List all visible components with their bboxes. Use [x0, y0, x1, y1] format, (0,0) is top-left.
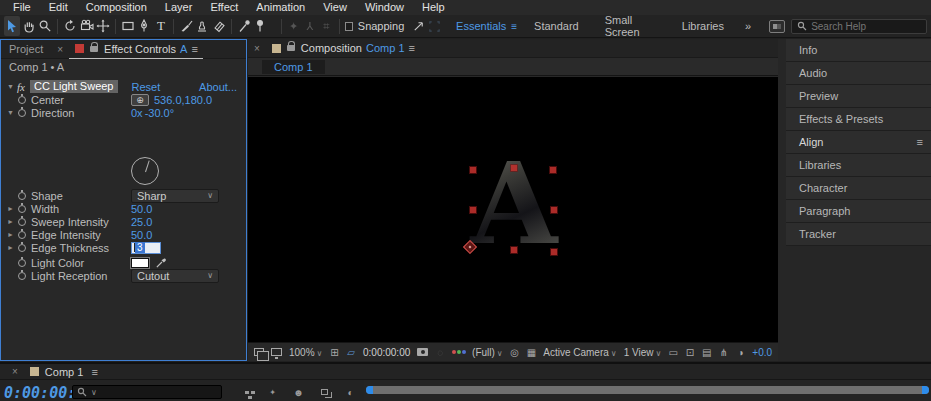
selection-handle-top-left[interactable] [470, 167, 476, 173]
grid-and-guides-icon[interactable]: ⊞ [329, 346, 339, 358]
frame-blending-icon[interactable] [318, 386, 331, 398]
tab-composition[interactable]: Composition Comp 1 ≡ [266, 39, 420, 58]
menu-animation[interactable]: Animation [247, 0, 314, 15]
pan-behind-tool-icon[interactable] [95, 16, 111, 36]
reset-link[interactable]: Reset [132, 81, 161, 93]
stopwatch-icon[interactable] [18, 272, 26, 280]
stopwatch-icon[interactable] [18, 231, 26, 239]
panel-tab-character[interactable]: Character [786, 177, 931, 200]
panel-tab-align[interactable]: Align≡ [786, 131, 931, 154]
selection-handle-mid-left[interactable] [470, 207, 476, 213]
exposure-value[interactable]: +0.0 [752, 347, 772, 358]
composition-mini-flowchart-icon[interactable] [240, 386, 253, 398]
roto-brush-tool-icon[interactable] [236, 16, 252, 36]
selection-handle-top-right[interactable] [550, 167, 556, 173]
direction-dial[interactable] [131, 157, 159, 185]
tab-effect-controls[interactable]: Effect Controls A ≡ [69, 40, 203, 59]
mask-visibility-icon[interactable]: ▱ [346, 346, 356, 358]
snapshot-icon[interactable] [417, 348, 428, 356]
resolution-popup[interactable]: (Full)∨ [472, 347, 503, 358]
transparency-grid-icon[interactable]: ▦ [526, 346, 536, 358]
viewer-timecode[interactable]: 0:00:00:00 [363, 347, 410, 358]
fast-previews-icon[interactable]: ⊡ [685, 346, 695, 358]
menu-file[interactable]: File [4, 0, 40, 15]
reset-exposure-icon[interactable]: ◑ [736, 346, 746, 358]
help-search-input[interactable] [811, 21, 921, 32]
pixel-aspect-ratio-icon[interactable]: ▭ [668, 346, 678, 358]
chevron-down-icon[interactable]: ∨ [91, 388, 97, 397]
panel-menu-icon[interactable]: ≡ [191, 43, 196, 55]
3d-view-popup[interactable]: Active Camera∨ [543, 347, 616, 358]
menu-effect[interactable]: Effect [201, 0, 247, 15]
menu-help[interactable]: Help [413, 0, 454, 15]
workspace-standard[interactable]: Standard [521, 20, 592, 32]
expand-triangle-icon[interactable]: ► [7, 205, 17, 212]
selection-handle-top-center[interactable] [511, 165, 517, 171]
stopwatch-icon[interactable] [18, 192, 26, 200]
workspace-overflow-chevron[interactable]: » [745, 20, 751, 32]
rectangle-tool-icon[interactable] [120, 16, 136, 36]
edge-thickness-input[interactable]: 3 [131, 242, 161, 254]
type-tool-icon[interactable]: T [153, 16, 169, 36]
hide-shy-layers-icon[interactable]: ☻ [292, 386, 305, 398]
panel-menu-icon[interactable]: ≡ [917, 136, 922, 148]
viewer-tab-comp1[interactable]: Comp 1 [262, 60, 325, 74]
composition-viewport[interactable]: A [248, 77, 778, 342]
lock-icon[interactable] [90, 46, 98, 52]
selection-tool-icon[interactable] [4, 16, 20, 36]
panel-tab-paragraph[interactable]: Paragraph [786, 200, 931, 223]
motion-blur-icon[interactable]: ◐ [344, 386, 357, 398]
selection-handle-bottom-right[interactable] [551, 249, 557, 255]
expand-triangle-icon[interactable]: ► [7, 218, 17, 225]
light-color-swatch[interactable] [131, 258, 149, 268]
lock-icon[interactable] [287, 45, 295, 51]
rotation-tool-icon[interactable] [62, 16, 78, 36]
viewer-windows-icon[interactable] [254, 348, 264, 356]
expand-triangle-icon[interactable]: ► [7, 244, 17, 251]
clone-stamp-tool-icon[interactable] [194, 16, 210, 36]
panel-tab-preview[interactable]: Preview [786, 85, 931, 108]
snapping-checkbox[interactable] [345, 22, 352, 31]
timeline-button-icon[interactable]: ▤ [702, 346, 712, 358]
hand-tool-icon[interactable] [20, 16, 36, 36]
fx-icon[interactable]: fx [17, 81, 30, 93]
eraser-tool-icon[interactable] [211, 16, 227, 36]
timeline-tab-label[interactable]: Comp 1 [45, 366, 84, 378]
camera-tool-icon[interactable] [78, 16, 94, 36]
expand-triangle-icon[interactable]: ► [7, 231, 17, 238]
flowchart-icon[interactable]: ⋔ [719, 346, 729, 358]
workspace-menu-icon[interactable]: ≡ [511, 21, 517, 32]
panel-tab-audio[interactable]: Audio [786, 62, 931, 85]
about-link[interactable]: About... [199, 81, 237, 93]
snap-options-icon-1[interactable] [410, 16, 426, 36]
region-of-interest-icon[interactable]: ◎ [510, 346, 520, 358]
timeline-search-input[interactable] [99, 387, 209, 398]
workspace-switcher-icon[interactable] [769, 20, 785, 33]
workspace-small-screen[interactable]: Small Screen [592, 14, 669, 38]
close-icon[interactable]: × [6, 366, 24, 377]
menu-layer[interactable]: Layer [156, 0, 202, 15]
direction-revolutions[interactable]: 0x [131, 107, 143, 119]
stopwatch-icon[interactable] [18, 259, 26, 267]
panel-tab-info[interactable]: Info [786, 39, 931, 62]
view-layout-popup[interactable]: 1 View∨ [624, 347, 662, 358]
close-icon[interactable]: × [248, 43, 266, 54]
menu-window[interactable]: Window [356, 0, 413, 15]
panel-tab-effects-presets[interactable]: Effects & Presets [786, 108, 931, 131]
stopwatch-icon[interactable] [18, 244, 26, 252]
light-reception-dropdown[interactable]: Cutout ∨ [131, 269, 219, 283]
tab-project[interactable]: Project [1, 43, 51, 55]
edge-intensity-value[interactable]: 50.0 [131, 229, 152, 241]
effect-name[interactable]: CC Light Sweep [30, 80, 118, 93]
workspace-libraries[interactable]: Libraries [669, 20, 737, 32]
time-ruler[interactable]: :00f 01s 02s 03s 04s 05s 06s 07s 08s [364, 380, 931, 401]
stopwatch-icon[interactable] [18, 96, 26, 104]
stopwatch-icon[interactable] [18, 205, 26, 213]
draft-3d-icon[interactable]: ✦ [266, 386, 279, 398]
panel-menu-icon[interactable]: ≡ [409, 42, 414, 54]
collapse-triangle-icon[interactable]: ▼ [7, 83, 17, 90]
menu-composition[interactable]: Composition [77, 0, 156, 15]
timeline-scrollbar[interactable] [366, 386, 929, 394]
viewer-monitor-icon[interactable] [271, 348, 282, 356]
brush-tool-icon[interactable] [178, 16, 194, 36]
